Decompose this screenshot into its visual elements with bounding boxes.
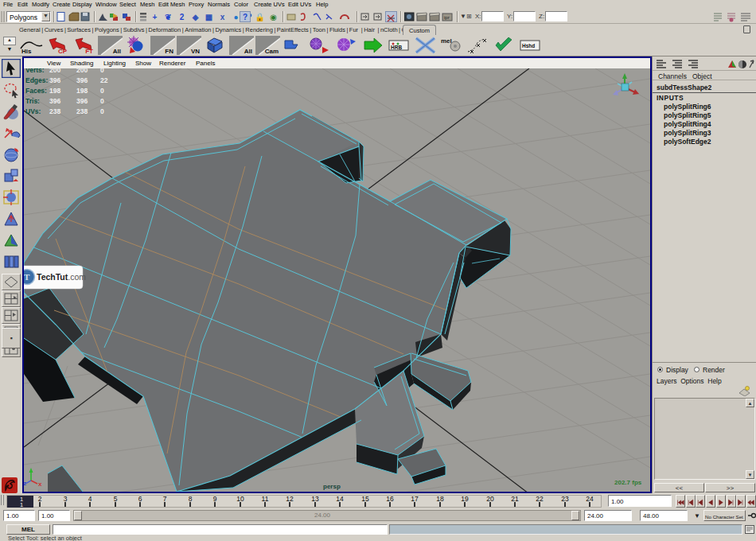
svg-text:CP: CP [58, 48, 68, 55]
svg-text:VN: VN [191, 48, 200, 55]
svg-text:x: x [38, 481, 42, 488]
svg-text:mel: mel [441, 37, 452, 45]
svg-text:198: 198 [76, 87, 88, 95]
svg-text:UVs:: UVs: [25, 107, 41, 115]
svg-text:0: 0 [100, 87, 104, 95]
svg-text:396: 396 [76, 76, 88, 84]
svg-text:238: 238 [76, 107, 88, 115]
svg-text:396: 396 [49, 76, 60, 84]
svg-text:396: 396 [49, 97, 60, 105]
svg-text:All: All [244, 48, 252, 55]
svg-text:200: 200 [76, 68, 88, 74]
svg-text:396: 396 [76, 97, 88, 105]
svg-text:HRB: HRB [391, 45, 402, 50]
svg-text:0: 0 [100, 68, 104, 74]
svg-text:z: z [24, 480, 26, 487]
svg-text:All: All [113, 48, 121, 55]
svg-text:0: 0 [100, 107, 104, 115]
svg-text:200: 200 [49, 68, 60, 74]
svg-text:Edges:: Edges: [25, 76, 49, 84]
svg-text:Tris:: Tris: [25, 97, 40, 105]
svg-text:22: 22 [100, 76, 108, 84]
svg-text:0: 0 [100, 97, 104, 105]
svg-text:persp: persp [323, 483, 341, 490]
svg-text:198: 198 [49, 87, 60, 95]
svg-text:FN: FN [165, 48, 173, 55]
svg-text:TechTut.com: TechTut.com [37, 272, 86, 282]
svg-text:202.7 fps: 202.7 fps [614, 479, 642, 486]
svg-text:Faces:: Faces: [25, 87, 47, 95]
svg-text:FT: FT [85, 48, 93, 55]
svg-text:His: His [21, 48, 32, 55]
svg-text:238: 238 [49, 107, 60, 115]
svg-text:T: T [24, 272, 30, 282]
svg-text:Cam: Cam [265, 48, 279, 55]
svg-text:Verts:: Verts: [25, 68, 45, 74]
svg-text:Hshd: Hshd [522, 43, 535, 49]
svg-text:ipr: ipr [444, 15, 450, 20]
